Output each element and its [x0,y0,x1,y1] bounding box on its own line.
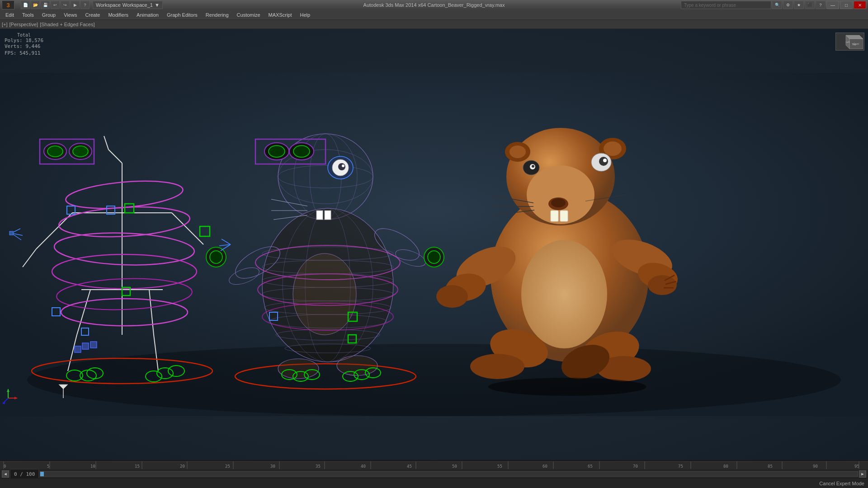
render-icon-4[interactable]: ⬛ [805,1,815,9]
menu-views[interactable]: Views [60,10,80,19]
svg-text:60: 60 [542,464,547,469]
menu-edit[interactable]: Edit [2,10,18,19]
svg-point-139 [648,275,677,295]
menu-tools[interactable]: Tools [19,10,38,19]
window-title: Autodesk 3ds Max 2014 x64 Cartoon_Beaver… [363,2,505,8]
timeline-prev-btn[interactable]: ◄ [2,470,9,478]
svg-text:95: 95 [854,464,859,469]
svg-rect-128 [551,211,558,221]
svg-text:45: 45 [407,464,412,469]
close-btn[interactable]: ✕ [854,1,866,9]
svg-text:35: 35 [316,464,321,469]
svg-point-116 [509,145,526,158]
status-bar: Cancel Expert Mode [0,478,868,488]
render-icons: 🔍 ⚙ ★ ⬛ ? [772,1,826,9]
viewport-canvas[interactable]: Total Polys: 18,576 Verts: 9,446 FPS: 54… [0,29,868,460]
svg-rect-53 [82,343,89,349]
menu-create[interactable]: Create [81,10,104,19]
svg-point-122 [532,165,534,168]
render-icon-1[interactable]: 🔍 [772,1,782,9]
new-file-btn[interactable]: 📄 [21,1,30,9]
total-label: Total [17,33,43,38]
timeline-next-btn[interactable]: ► [859,470,866,478]
svg-text:10: 10 [90,464,95,469]
menu-group[interactable]: Group [38,10,60,19]
svg-point-136 [436,285,468,308]
vert-stat: Verts: 9,446 [5,43,43,49]
maximize-btn[interactable]: □ [840,1,853,9]
render-btn[interactable]: ▶ [71,1,80,9]
open-btn[interactable]: 📂 [31,1,40,9]
save-btn[interactable]: 💾 [41,1,50,9]
timeline-bar: ◄ 0 / 100 ► [0,469,868,479]
menu-graph-editors[interactable]: Graph Editors [163,10,201,19]
timeline-thumb[interactable] [40,472,44,476]
workspace-area: 📄 📂 💾 ↩ ↪ ▶ ? Workspace Workspace_1 ▼ [16,1,165,9]
svg-text:80: 80 [723,464,728,469]
svg-text:90: 90 [813,464,818,469]
render-icon-3[interactable]: ★ [794,1,804,9]
undo-btn[interactable]: ↩ [51,1,60,9]
viewport-label-bar: [+] [Perspective] [Shaded + Edged Faces] [0,20,868,29]
svg-point-51 [210,251,222,263]
render-icon-2[interactable]: ⚙ [783,1,793,9]
menu-maxscript[interactable]: MAXScript [265,10,296,19]
svg-text:30: 30 [270,464,275,469]
svg-rect-129 [560,211,568,221]
menu-help[interactable]: Help [297,10,314,19]
svg-point-82 [342,164,344,167]
svg-text:0: 0 [4,464,6,469]
svg-text:25: 25 [225,464,230,469]
redo-btn[interactable]: ↪ [61,1,70,9]
viewport-marker[interactable]: [+] [2,22,8,27]
viewport-mode[interactable]: [Shaded + Edged Faces] [40,22,94,27]
search-bar[interactable]: Type a keyword or phrase [681,1,771,9]
svg-text:65: 65 [588,464,593,469]
title-bar-left: 3 📄 📂 💾 ↩ ↪ ▶ ? Workspace Workspace_1 ▼ [0,0,165,9]
menu-rendering[interactable]: Rendering [202,10,232,19]
viewport-view[interactable]: [Perspective] [9,22,38,27]
window-controls: Type a keyword or phrase 🔍 ⚙ ★ ⬛ ? — □ ✕ [681,1,868,9]
status-text: Cancel Expert Mode [819,481,864,486]
stats-overlay: Total Polys: 18,576 Verts: 9,446 FPS: 54… [5,33,43,56]
svg-point-73 [293,253,356,335]
svg-text:75: 75 [678,464,683,469]
quick-toolbar: 📄 📂 💾 ↩ ↪ ▶ ? [19,1,91,9]
menu-animation[interactable]: Animation [133,10,162,19]
svg-point-144 [470,354,524,379]
app-logo: 3 [2,0,14,9]
help-icon[interactable]: ? [816,1,826,9]
bottom-area: 0 5 10 15 20 25 30 35 40 45 50 55 60 65 … [0,460,868,488]
scene-svg [0,29,868,460]
svg-point-104 [278,359,319,379]
search-placeholder: Type a keyword or phrase [684,3,736,8]
svg-text:40: 40 [361,464,366,469]
svg-text:55: 55 [497,464,502,469]
help-btn[interactable]: ? [80,1,90,9]
svg-point-7 [27,344,841,416]
svg-point-100 [428,251,440,263]
svg-point-125 [603,159,607,162]
fps-stat: FPS: 545,911 [5,50,43,56]
main-viewport[interactable]: Total Polys: 18,576 Verts: 9,446 FPS: 54… [0,29,868,460]
menu-bar: Edit Tools Group Views Create Modifiers … [0,10,868,20]
svg-point-113 [521,240,607,348]
svg-point-148 [488,378,646,396]
dropdown-arrow: ▼ [155,2,160,8]
svg-point-12 [73,146,88,157]
menu-customize[interactable]: Customize [233,10,264,19]
menu-modifiers[interactable]: Modifiers [104,10,132,19]
svg-point-76 [269,145,285,157]
timeline-track[interactable] [40,471,858,477]
svg-point-118 [604,141,622,156]
svg-rect-87 [325,211,331,220]
svg-rect-54 [90,342,97,348]
svg-rect-86 [316,211,323,220]
svg-text:70: 70 [633,464,638,469]
svg-text:15: 15 [135,464,140,469]
minimize-btn[interactable]: — [826,1,839,9]
frame-display[interactable]: 0 / 100 [10,469,39,479]
workspace-dropdown[interactable]: Workspace Workspace_1 ▼ [93,1,163,9]
svg-text:50: 50 [452,464,457,469]
svg-rect-49 [9,231,13,235]
